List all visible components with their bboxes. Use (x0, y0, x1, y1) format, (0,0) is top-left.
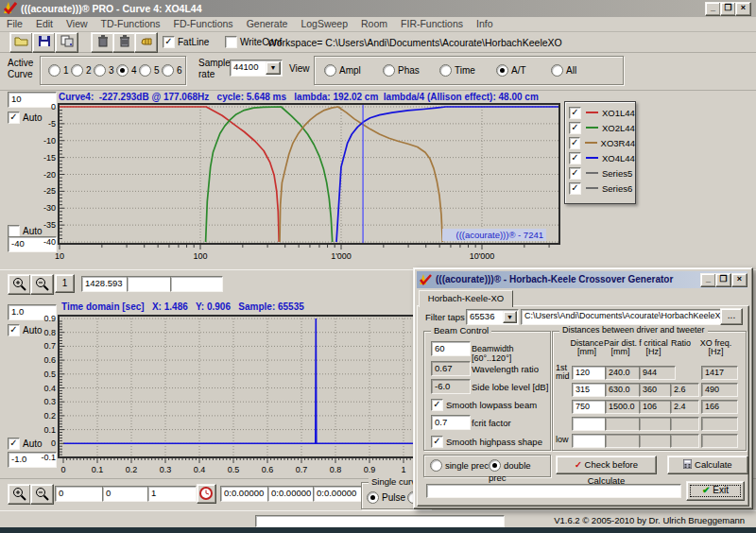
active-curve-option-1[interactable]: 1 (48, 64, 69, 77)
view-option-at[interactable]: A/T (496, 64, 526, 77)
menu-item-info[interactable]: Info (470, 17, 500, 30)
chevron-down-icon[interactable]: ▼ (266, 61, 281, 75)
menu-item-td-functions[interactable]: TD-Functions (94, 17, 167, 30)
view-option-time[interactable]: Time (439, 64, 475, 77)
sample-rate-label: Sample rate (198, 58, 231, 80)
menu-item-room[interactable]: Room (354, 17, 394, 30)
menu-item-logsweep[interactable]: LogSweep (294, 17, 354, 30)
clock-button[interactable] (197, 484, 216, 504)
menu-item-file[interactable]: File (0, 17, 29, 30)
distance-input-row5[interactable] (572, 434, 610, 448)
time-zoom-out-button[interactable] (30, 484, 54, 505)
dialog-minimize-button[interactable]: _ (700, 273, 716, 287)
distance-input-row1[interactable]: 120 (572, 366, 610, 380)
time-pos2-input[interactable]: 0:0.00000 (267, 486, 317, 502)
close-button[interactable]: × (735, 2, 751, 16)
svg-text:-0.1: -0.1 (41, 453, 56, 462)
curve-options-row: Active Curve 123456 Sample rate 44100 ▼ … (0, 52, 756, 91)
tab-horbach-keele-xo[interactable]: Horbach-Keele-XO (419, 290, 513, 307)
distance-input-row2[interactable]: 315 (572, 383, 610, 397)
pulse-radio[interactable]: Pulse (367, 491, 405, 504)
fcrit-factor-input[interactable]: 0.7 (431, 415, 471, 430)
chevron-down-icon[interactable]: ▼ (503, 311, 517, 323)
menu-item-generate[interactable]: Generate (240, 17, 295, 30)
legend-checkbox-series5[interactable]: ✓ (569, 167, 581, 180)
browse-button[interactable]: ... (720, 308, 743, 325)
menu-item-view[interactable]: View (60, 17, 94, 30)
smooth-lowpass-checkbox[interactable]: ✓Smooth lowpass beam (431, 399, 537, 411)
column-header-unit: [Hz] (692, 348, 741, 356)
minimize-button[interactable]: _ (705, 2, 721, 16)
legend-checkbox-xo1l44[interactable]: ✓ (569, 107, 581, 119)
active-curve-option-5[interactable]: 5 (139, 64, 160, 77)
time-range3-input[interactable]: 1 (147, 486, 197, 502)
view-option-phas[interactable]: Phas (383, 64, 420, 77)
fatline-checkbox[interactable]: ✓FatLine (163, 36, 209, 48)
active-curve-option-3[interactable]: 3 (94, 64, 114, 77)
time-range1-input[interactable]: 0 (55, 486, 106, 502)
double-prec-radio[interactable]: double prec (489, 459, 550, 483)
save-workspace-button[interactable] (55, 32, 78, 53)
freq-cursor-value-input[interactable]: 1428.593 (81, 276, 130, 292)
hand-button[interactable] (134, 32, 158, 53)
open-folder-icon (14, 35, 29, 47)
writeconf-checkbox-box[interactable] (225, 36, 237, 48)
save-button[interactable] (32, 32, 56, 53)
fatline-checkbox-box[interactable]: ✓ (163, 36, 175, 48)
beamwidth-input[interactable]: 60 (431, 341, 471, 356)
column-header-unit: [Hz] (629, 348, 679, 356)
menu-item-fir-functions[interactable]: FIR-Functions (394, 17, 470, 30)
dialog-close-button[interactable]: × (731, 273, 747, 287)
legend-checkbox-xo2l44[interactable]: ✓ (569, 122, 581, 134)
distance-input-row4[interactable] (572, 417, 610, 431)
open-button[interactable] (9, 32, 33, 53)
freq-zoom-in-button[interactable] (8, 274, 31, 295)
time-pos1-input[interactable]: 0:0.00000 (220, 486, 271, 502)
filter-taps-combobox[interactable]: 65536 ▼ (466, 309, 519, 325)
smooth-highpass-checkbox[interactable]: ✓Smooth highpass shape (431, 436, 542, 448)
freq-value2-input[interactable] (127, 276, 174, 292)
view-option-ampl[interactable]: Ampl (324, 64, 361, 77)
check-before-calculate-button[interactable]: ✓ Check before Calculate (556, 456, 657, 474)
frequency-plot[interactable]: (((acourate)))® - 72410-5-10-15-20-25-30… (38, 102, 567, 265)
legend-checkbox-xo4l44[interactable]: ✓ (569, 152, 581, 164)
time-plot[interactable]: 0.90.80.70.60.50.40.30.20.10-0.100.10.20… (38, 312, 435, 480)
svg-text:0.1: 0.1 (43, 425, 56, 435)
svg-text:0.6: 0.6 (262, 465, 274, 474)
delete-all-button[interactable] (112, 32, 136, 53)
exit-button[interactable]: ✔ Exit (686, 481, 745, 501)
freq-zoom-out-button[interactable] (30, 274, 54, 295)
menu-item-fd-functions[interactable]: FD-Functions (167, 17, 240, 30)
dialog-maximize-button[interactable]: ❐ (715, 273, 731, 287)
zoom-in-icon (12, 277, 26, 291)
calculate-button[interactable]: Calculate (667, 456, 748, 474)
sample-rate-combobox[interactable]: 44100 ▼ (230, 60, 283, 77)
time-pos3-input[interactable]: 0:0.00000 (313, 486, 362, 502)
row-side-label: 1st mid (556, 364, 570, 381)
menu-item-edit[interactable]: Edit (29, 17, 60, 30)
active-curve-option-6[interactable]: 6 (162, 64, 182, 77)
distances-cell-r1c5: 1417 (701, 366, 738, 380)
filter-taps-value: 65536 (470, 311, 494, 321)
active-curve-option-4[interactable]: 4 (116, 64, 137, 77)
maximize-button[interactable]: ❐ (720, 2, 736, 16)
workspace-path-input[interactable]: C:\Users\Andi\Documents\Acourate\Horbach… (521, 309, 721, 325)
unzoom-button[interactable]: 1 (55, 274, 75, 293)
legend-checkbox-xo3r44[interactable]: ✓ (569, 137, 580, 149)
view-option-all[interactable]: All (551, 64, 576, 77)
active-curve-option-2[interactable]: 2 (71, 64, 92, 77)
legend-checkbox-series6[interactable]: ✓ (569, 182, 581, 195)
legend-label: Series6 (602, 183, 632, 194)
svg-text:-30: -30 (43, 203, 56, 213)
distance-input-row3[interactable]: 750 (572, 400, 610, 414)
legend-item-xo1l44: ✓XO1L44 (565, 105, 635, 120)
delete-curve-button[interactable] (91, 32, 114, 53)
freq-value3-input[interactable] (170, 276, 223, 292)
time-range2-input[interactable]: 0 (102, 486, 151, 502)
svg-text:0.9: 0.9 (43, 314, 56, 323)
single-prec-radio[interactable]: single prec (430, 459, 489, 472)
time-zoom-in-button[interactable] (8, 484, 31, 505)
freq-plot-info: Curve4: -227.293dB @ 177.068Hz cycle: 5.… (59, 92, 539, 102)
svg-text:-25: -25 (43, 186, 56, 196)
side-lobe-field: -6.0 (431, 379, 471, 394)
